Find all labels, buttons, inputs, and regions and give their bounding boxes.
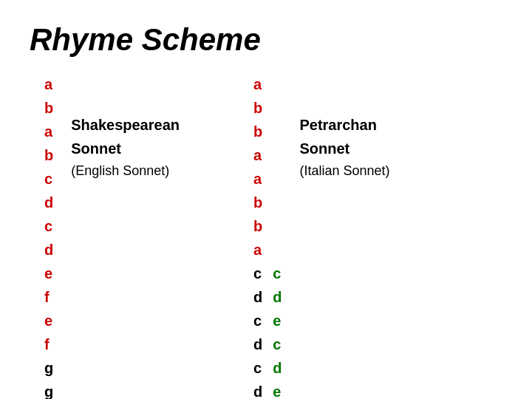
list-item: b [253, 191, 262, 214]
right-letters-main: a b b a a b b a c d c d c d [253, 72, 262, 399]
list-item: f [44, 285, 53, 309]
list-item: b [253, 214, 262, 238]
left-letters: a b a b c d c d e f e f g g [44, 72, 53, 399]
list-item: d [253, 332, 262, 356]
list-item: c [253, 262, 262, 285]
list-item: d [273, 285, 282, 309]
list-item: a [253, 143, 262, 167]
right-column: a b b a a b b a c d c d c d [253, 72, 390, 399]
spacer [273, 96, 282, 120]
list-item: e [44, 309, 53, 332]
list-item: a [253, 167, 262, 191]
list-item: d [253, 285, 262, 309]
petrarchan-label: Petrarchan [299, 113, 389, 137]
content-area: a b a b c d c d e f e f g g Shakespearea… [30, 72, 502, 399]
left-column: a b a b c d c d e f e f g g Shakespearea… [44, 72, 180, 399]
spacer [273, 191, 282, 214]
page-title: Rhyme Scheme [30, 22, 502, 58]
list-item: e [273, 380, 282, 399]
spacer [273, 214, 282, 238]
list-item: a [44, 120, 53, 143]
left-labels: Shakespearean Sonnet (English Sonnet) [71, 72, 180, 182]
english-sonnet-label: (English Sonnet) [71, 160, 180, 182]
list-item: e [44, 262, 53, 285]
list-item: d [253, 380, 262, 399]
list-item: a [253, 238, 262, 262]
list-item: d [44, 238, 53, 262]
sonnet-label-right: Sonnet [299, 137, 389, 160]
list-item: g [44, 356, 53, 380]
page: Rhyme Scheme a b a b c d c d e f e f g g [0, 0, 532, 399]
list-item: c [273, 262, 282, 285]
italian-sonnet-label: (Italian Sonnet) [299, 160, 389, 182]
list-item: a [44, 72, 53, 96]
list-item: b [44, 96, 53, 120]
list-item: c [273, 332, 282, 356]
sonnet-label-left: Sonnet [71, 137, 180, 160]
list-item: c [44, 214, 53, 238]
list-item: e [273, 309, 282, 332]
right-letters-secondary: c d e c d e [273, 72, 282, 399]
list-item: d [273, 356, 282, 380]
list-item: b [253, 96, 262, 120]
list-item: g [44, 380, 53, 399]
list-item: d [44, 191, 53, 214]
right-labels: Petrarchan Sonnet (Italian Sonnet) [299, 72, 389, 182]
spacer [273, 72, 282, 96]
spacer [273, 143, 282, 167]
list-item: c [44, 167, 53, 191]
list-item: c [253, 356, 262, 380]
separator [194, 72, 239, 399]
list-item: a [253, 72, 262, 96]
spacer [273, 120, 282, 143]
list-item: b [44, 143, 53, 167]
spacer [273, 167, 282, 191]
shakespearean-label: Shakespearean [71, 113, 180, 137]
spacer [273, 238, 282, 262]
list-item: f [44, 332, 53, 356]
list-item: b [253, 120, 262, 143]
list-item: c [253, 309, 262, 332]
